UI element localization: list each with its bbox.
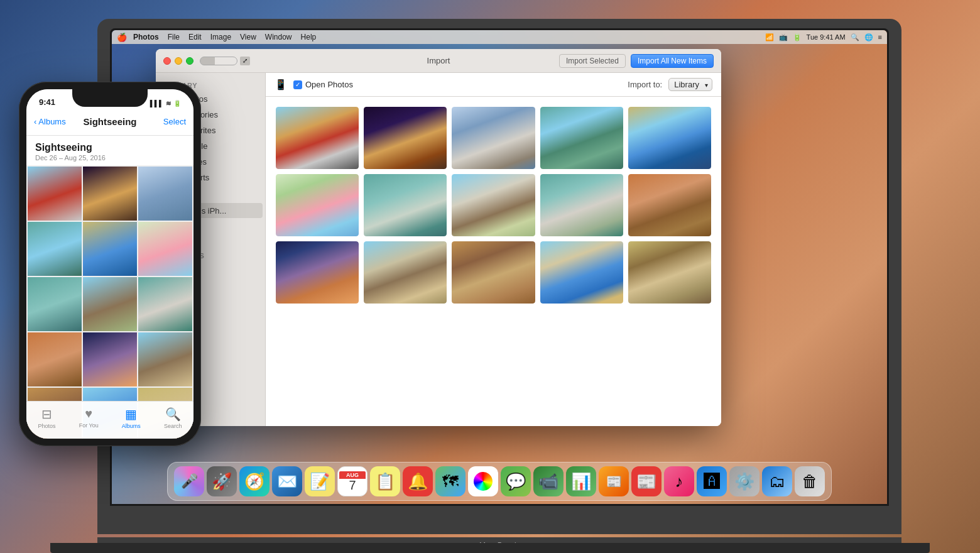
photo-cell-13[interactable] [452, 241, 535, 304]
dock-icon-news[interactable]: 📰 [631, 466, 662, 496]
import-selected-button[interactable]: Import Selected [559, 54, 626, 68]
dock-icon-photos[interactable] [468, 466, 498, 496]
photo-cell-2[interactable] [364, 107, 447, 169]
photo-cell-3[interactable] [452, 107, 535, 169]
apple-menu-icon[interactable]: 🍎 [117, 33, 127, 42]
dock-icon-launchpad[interactable]: 🚀 [207, 466, 237, 496]
menu-bar-window[interactable]: Window [265, 33, 292, 41]
iphone-photo-1[interactable] [28, 167, 82, 221]
photo-pink-car [276, 174, 359, 236]
menu-bar-view[interactable]: View [240, 33, 256, 41]
dock-icon-trash[interactable]: 🗑 [795, 466, 825, 496]
photo-havana-night [364, 107, 447, 169]
dock-icon-keynote[interactable]: 📰 [599, 466, 629, 496]
search-menu-icon[interactable]: 🔍 [851, 33, 859, 41]
photo-cell-14[interactable] [540, 241, 623, 304]
menu-bar-items: Photos File Edit Image View Window Help [133, 33, 765, 41]
iphone-tab-photos[interactable]: ⊟ Photos [38, 407, 56, 429]
open-photos-checkbox[interactable]: ✓ [293, 80, 302, 89]
iphone-photo-8[interactable] [83, 277, 137, 331]
photo-grid-container[interactable] [266, 97, 721, 426]
import-to-value: Library [674, 80, 699, 89]
battery-icon: 🔋 [793, 33, 802, 41]
iphone-photo-7[interactable] [28, 277, 82, 331]
iphone-tabbar: ⊟ Photos ♥ For You ▦ Albums 🔍 Search [26, 401, 193, 439]
photo-cell-15[interactable] [628, 241, 711, 304]
user-icon: 🌐 [864, 33, 873, 41]
iphone-photo-4[interactable] [28, 222, 82, 276]
macbook-screen-bezel: 🍎 Photos File Edit Image View Window Hel… [110, 28, 889, 506]
albums-tab-icon: ▦ [125, 407, 137, 422]
iphone-tab-for-you[interactable]: ♥ For You [79, 407, 99, 429]
iphone-photo-12[interactable] [138, 332, 192, 386]
iphone-photo-2[interactable] [83, 167, 137, 221]
iphone-tab-search[interactable]: 🔍 Search [164, 407, 182, 429]
dock-icon-stickies[interactable]: 📋 [370, 466, 400, 496]
main-content: 📱 ✓ Open Photos Import to: Library ▾ [266, 73, 721, 426]
photo-blue-car-wall [540, 241, 623, 304]
import-all-button[interactable]: Import All New Items [631, 54, 714, 68]
menu-bar-file[interactable]: File [168, 33, 180, 41]
dock-icon-reminders[interactable]: 🔔 [403, 466, 433, 496]
photo-cell-4[interactable] [540, 107, 623, 169]
photo-sunset [276, 241, 359, 304]
photo-car-teal [540, 107, 623, 169]
dock-icon-maps[interactable]: 🗺 [435, 466, 466, 496]
photos-tab-label: Photos [38, 423, 56, 429]
photo-cell-7[interactable] [364, 174, 447, 236]
dock-icon-appstore[interactable]: 🅰 [697, 466, 727, 496]
close-button[interactable] [163, 57, 171, 65]
photo-cell-9[interactable] [540, 174, 623, 236]
photo-sign [452, 241, 535, 304]
iphone-photo-10[interactable] [28, 332, 82, 386]
minimize-button[interactable] [175, 57, 182, 65]
dock-icon-itunes[interactable]: ♪ [664, 466, 694, 496]
photo-teal-car2 [540, 174, 623, 236]
dock-icon-calendar[interactable]: AUG 7 [337, 466, 368, 496]
iphone-album-date: Dec 26 – Aug 25, 2016 [35, 154, 185, 162]
menu-bar-help[interactable]: Help [301, 33, 317, 41]
photo-grid [276, 107, 711, 304]
iphone-photo-3[interactable] [138, 167, 192, 221]
iphone-tab-albums[interactable]: ▦ Albums [122, 407, 141, 429]
dock-icon-numbers[interactable]: 📊 [566, 466, 596, 496]
dock-icon-safari[interactable]: 🧭 [239, 466, 270, 496]
wifi-icon: 📶 [765, 33, 774, 41]
maximize-button[interactable] [186, 57, 193, 65]
search-tab-icon: 🔍 [165, 407, 181, 422]
iphone-photo-11[interactable] [83, 332, 137, 386]
iphone-select-button[interactable]: Select [163, 117, 186, 126]
dock-icon-messages[interactable]: 💬 [501, 466, 531, 496]
iphone-back-button[interactable]: ‹ Albums [34, 117, 66, 126]
notification-icon[interactable]: ≡ [878, 33, 882, 41]
dock-icon-siri[interactable]: 🎤 [174, 466, 204, 496]
iphone-photo-9[interactable] [138, 277, 192, 331]
iphone-photo-grid[interactable] [26, 165, 193, 439]
photo-cuba-car-red [276, 107, 359, 169]
macbook-shell: 🍎 Photos File Edit Image View Window Hel… [97, 19, 901, 534]
dock-icon-finder[interactable]: 🗂 [762, 466, 792, 496]
iphone-photo-5[interactable] [83, 222, 137, 276]
for-you-tab-icon: ♥ [85, 407, 92, 421]
photo-cell-11[interactable] [276, 241, 359, 304]
calendar-day: 7 [349, 479, 356, 491]
photo-cell-1[interactable] [276, 107, 359, 169]
dock-icon-systemprefs[interactable]: ⚙️ [729, 466, 760, 496]
photo-cell-12[interactable] [364, 241, 447, 304]
menu-bar-image[interactable]: Image [210, 33, 231, 41]
photo-cell-10[interactable] [628, 174, 711, 236]
dock-icon-mail[interactable]: ✉️ [272, 466, 302, 496]
dock-icon-facetime[interactable]: 📹 [533, 466, 564, 496]
menu-bar-edit[interactable]: Edit [188, 33, 202, 41]
iphone-notch [72, 89, 148, 107]
open-photos-label: Open Photos [305, 80, 353, 89]
photo-cell-8[interactable] [452, 174, 535, 236]
import-to-select[interactable]: Library ▾ [668, 78, 712, 91]
menu-bar-photos[interactable]: Photos [133, 33, 159, 41]
photo-cell-5[interactable] [628, 107, 711, 169]
fullscreen-icon[interactable]: ⤢ [240, 57, 250, 65]
window-titlebar: ⤢ Import Import Selected Import All New … [156, 49, 721, 73]
iphone-photo-6[interactable] [138, 222, 192, 276]
photo-cell-6[interactable] [276, 174, 359, 236]
dock-icon-notes[interactable]: 📝 [305, 466, 335, 496]
